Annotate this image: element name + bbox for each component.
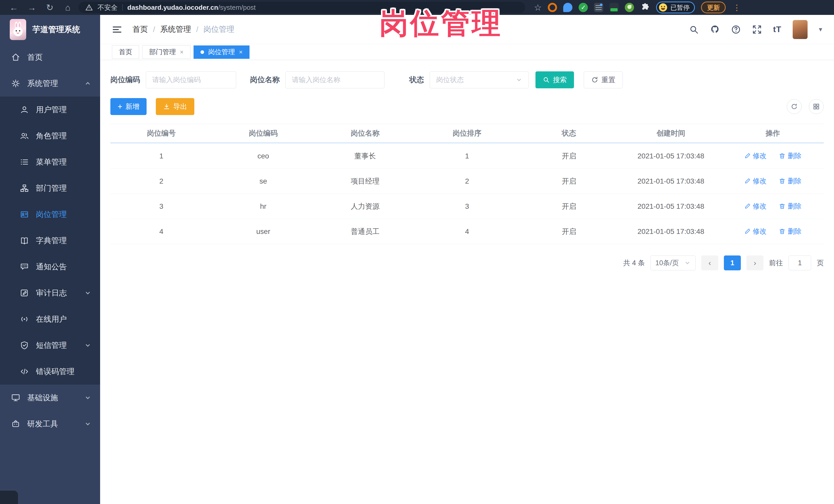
search-icon[interactable] [689, 25, 699, 35]
delete-link[interactable]: 删除 [779, 176, 802, 185]
font-size-icon[interactable]: tT [773, 25, 782, 34]
chevron-down-icon [84, 342, 91, 349]
bookmark-star-icon[interactable]: ☆ [534, 2, 542, 13]
extension-dark-badge-icon[interactable] [609, 3, 619, 12]
sidebar-item-departments[interactable]: 部门管理 [0, 175, 100, 201]
cell-sort: 1 [416, 152, 518, 160]
sidebar-item-sms[interactable]: 短信管理 [0, 332, 100, 358]
id-badge-icon [20, 210, 29, 219]
posts-table: 岗位编号 岗位编码 岗位名称 岗位排序 状态 创建时间 操作 1 ceo 董事长… [110, 124, 824, 244]
table-row: 3 hr 人力资源 3 开启 2021-01-05 17:03:48 修改 删除 [110, 194, 824, 219]
add-button[interactable]: + 新增 [110, 98, 147, 115]
goto-page-input[interactable] [789, 256, 811, 270]
sidebar-item-posts[interactable]: 岗位管理 [0, 201, 100, 227]
export-button-label: 导出 [173, 102, 187, 111]
delete-link[interactable]: 删除 [779, 201, 802, 211]
edit-link[interactable]: 修改 [744, 151, 767, 160]
close-icon[interactable]: × [239, 48, 243, 56]
extension-blue-pin-icon[interactable] [563, 3, 572, 12]
pencil-icon [744, 178, 751, 184]
tab-posts[interactable]: 岗位管理 × [194, 45, 249, 59]
close-icon[interactable]: × [180, 48, 183, 56]
extension-sliders-icon[interactable] [594, 3, 603, 12]
sidebar-item-error-codes[interactable]: 错误码管理 [0, 358, 100, 385]
github-icon[interactable] [710, 25, 720, 35]
warning-icon [85, 4, 93, 11]
cell-status: 开启 [518, 176, 620, 186]
reset-button[interactable]: 重置 [584, 71, 623, 88]
delete-label: 删除 [788, 151, 802, 160]
extension-orange-ring-icon[interactable] [548, 3, 557, 12]
sidebar-item-home[interactable]: 首页 [0, 44, 100, 70]
edit-link[interactable]: 修改 [744, 176, 767, 185]
sidebar-item-devtools[interactable]: 研发工具 [0, 411, 100, 437]
post-code-input[interactable] [146, 71, 236, 88]
address-bar[interactable]: 不安全 dashboard.yudao.iocoder.cn/system/po… [79, 2, 525, 13]
edit-link[interactable]: 修改 [744, 227, 767, 236]
page-size-select[interactable]: 10条/页 [651, 256, 696, 270]
sidebar-item-audit-log[interactable]: 审计日志 [0, 280, 100, 306]
help-icon[interactable] [731, 25, 741, 35]
home-menu-icon [11, 53, 20, 62]
comment-icon [20, 262, 29, 271]
browser-menu-icon[interactable]: ⋮ [732, 3, 742, 12]
breadcrumb-home[interactable]: 首页 [132, 24, 148, 35]
tab-home[interactable]: 首页 [112, 45, 139, 59]
chevron-down-icon[interactable]: ▾ [819, 25, 822, 34]
search-button[interactable]: 搜索 [535, 71, 574, 88]
cell-name: 普通员工 [314, 227, 416, 237]
home-icon[interactable]: ⌂ [61, 3, 75, 13]
export-button[interactable]: 导出 [156, 98, 194, 115]
sidebar-item-users[interactable]: 用户管理 [0, 96, 100, 123]
extension-green-leaf-icon[interactable] [625, 3, 634, 12]
log-edit-icon [20, 289, 29, 297]
forward-icon[interactable]: → [25, 3, 39, 13]
sidebar-item-menus[interactable]: 菜单管理 [0, 149, 100, 175]
sidebar-item-system[interactable]: 系统管理 [0, 70, 100, 96]
paused-badge[interactable]: 已暂停 [656, 2, 695, 13]
cell-actions: 修改 删除 [722, 176, 824, 186]
next-page-button[interactable]: › [746, 256, 763, 270]
fullscreen-icon[interactable] [752, 25, 762, 35]
status-bubble [0, 491, 18, 504]
sidebar-item-online-users[interactable]: 在线用户 [0, 306, 100, 332]
cell-code: hr [212, 202, 314, 211]
prev-page-button[interactable]: ‹ [701, 256, 718, 270]
security-label[interactable]: 不安全 [97, 3, 117, 12]
refresh-table-button[interactable] [787, 99, 802, 114]
post-name-input[interactable] [285, 71, 385, 88]
hamburger-icon[interactable] [112, 24, 122, 35]
tab-label: 岗位管理 [208, 47, 235, 57]
gear-icon [11, 79, 20, 88]
edit-link[interactable]: 修改 [744, 201, 767, 211]
divider [122, 4, 123, 11]
sidebar-item-label: 用户管理 [36, 105, 67, 115]
table-row: 4 user 普通员工 4 开启 2021-01-05 17:03:48 修改 … [110, 219, 824, 244]
tab-departments[interactable]: 部门管理 × [142, 45, 191, 59]
cell-code: se [212, 177, 314, 185]
delete-label: 删除 [788, 176, 802, 185]
back-icon[interactable]: ← [7, 3, 21, 13]
post-name-label: 岗位名称 [250, 75, 280, 85]
reload-icon[interactable]: ↻ [43, 2, 57, 13]
page-content: 岗位编码 岗位名称 状态 岗位状态 搜索 重置 + 新增 [100, 60, 834, 270]
sidebar-item-notice[interactable]: 通知公告 [0, 254, 100, 280]
breadcrumb-system[interactable]: 系统管理 [160, 24, 191, 35]
column-settings-button[interactable] [809, 99, 824, 114]
delete-link[interactable]: 删除 [779, 227, 802, 236]
avatar[interactable] [793, 20, 808, 39]
update-button[interactable]: 更新 [701, 2, 726, 13]
extension-green-check-icon[interactable]: ✓ [578, 3, 588, 12]
header-actions: tT ▾ [689, 20, 822, 39]
extensions-puzzle-icon[interactable] [640, 3, 650, 12]
url-text[interactable]: dashboard.yudao.iocoder.cn/system/post [127, 4, 256, 12]
sidebar-item-infrastructure[interactable]: 基础设施 [0, 385, 100, 411]
logo-row[interactable]: 芋道管理系统 [0, 15, 100, 44]
delete-link[interactable]: 删除 [779, 151, 802, 160]
goto-label: 前往 [769, 258, 783, 267]
sidebar-item-roles[interactable]: 角色管理 [0, 123, 100, 149]
sidebar-item-dict[interactable]: 字典管理 [0, 227, 100, 254]
page-number-1[interactable]: 1 [724, 256, 741, 270]
url-path: /system/post [218, 4, 256, 11]
status-select[interactable]: 岗位状态 [430, 71, 529, 88]
